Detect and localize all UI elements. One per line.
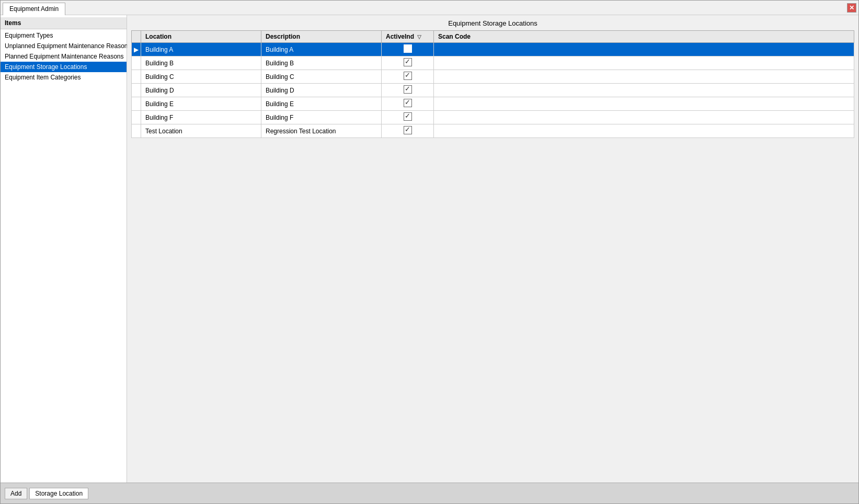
cell-activeid[interactable]: [382, 124, 434, 138]
checkbox-active[interactable]: [404, 85, 412, 94]
cell-location: Building C: [141, 70, 261, 84]
cell-activeid[interactable]: [382, 56, 434, 70]
sidebar-header: Items: [1, 17, 127, 29]
cell-description: Building E: [261, 97, 382, 111]
cell-description: Regression Test Location: [261, 124, 382, 138]
col-header-location[interactable]: Location: [141, 31, 261, 43]
cell-location: Building D: [141, 84, 261, 97]
cell-scancode: [434, 70, 854, 84]
cell-description: Building A: [261, 43, 382, 56]
storage-location-button[interactable]: Storage Location: [29, 488, 88, 499]
cell-location: Building B: [141, 56, 261, 70]
table-row[interactable]: Building FBuilding F: [132, 111, 854, 124]
row-indicator: [132, 111, 141, 124]
close-icon: ✕: [849, 4, 854, 12]
cell-activeid[interactable]: [382, 97, 434, 111]
content-area: Items Equipment Types Unplanned Equipmen…: [1, 15, 858, 483]
sidebar-item-equipment-types[interactable]: Equipment Types: [1, 30, 127, 41]
checkbox-active[interactable]: [404, 44, 412, 53]
table-row[interactable]: Building BBuilding B: [132, 56, 854, 70]
sidebar-item-item-categories[interactable]: Equipment Item Categories: [1, 72, 127, 83]
sidebar-item-label: Equipment Storage Locations: [5, 63, 87, 71]
data-table: Location Description ActiveInd ▽ Scan Co…: [131, 30, 854, 138]
sidebar-item-label: Equipment Types: [5, 32, 53, 39]
col-header-activeid[interactable]: ActiveInd ▽: [382, 31, 434, 43]
sidebar-item-unplanned-maintenance[interactable]: Unplanned Equipment Maintenance Reasons: [1, 41, 127, 51]
cell-location: Test Location: [141, 124, 261, 138]
title-bar: Equipment Admin ✕: [1, 1, 858, 15]
filter-icon: ▽: [417, 34, 421, 40]
main-content: Equipment Storage Locations Location Des…: [127, 15, 858, 483]
col-header-scancode[interactable]: Scan Code: [434, 31, 854, 43]
row-indicator: [132, 97, 141, 111]
table-row[interactable]: Building DBuilding D: [132, 84, 854, 97]
row-indicator: ▶: [132, 43, 141, 56]
row-indicator: [132, 124, 141, 138]
col-header-indicator: [132, 31, 141, 43]
title-tab[interactable]: Equipment Admin: [3, 3, 65, 15]
bottom-bar: Add Storage Location: [1, 483, 858, 503]
cell-description: Building D: [261, 84, 382, 97]
cell-activeid[interactable]: [382, 84, 434, 97]
window-title: Equipment Admin: [9, 5, 59, 13]
table-row[interactable]: Building EBuilding E: [132, 97, 854, 111]
cell-scancode: [434, 97, 854, 111]
checkbox-active[interactable]: [404, 72, 412, 80]
cell-scancode: [434, 84, 854, 97]
main-window: Equipment Admin ✕ Items Equipment Types …: [0, 0, 859, 504]
cell-description: Building F: [261, 111, 382, 124]
cell-scancode: [434, 124, 854, 138]
row-indicator: [132, 70, 141, 84]
close-button[interactable]: ✕: [847, 3, 856, 13]
cell-activeid[interactable]: [382, 70, 434, 84]
col-header-description[interactable]: Description: [261, 31, 382, 43]
add-button[interactable]: Add: [5, 488, 27, 499]
sidebar-item-label: Equipment Item Categories: [5, 74, 81, 81]
cell-activeid[interactable]: [382, 43, 434, 56]
checkbox-active[interactable]: [404, 126, 412, 134]
cell-scancode: [434, 111, 854, 124]
sidebar-item-planned-maintenance[interactable]: Planned Equipment Maintenance Reasons: [1, 51, 127, 62]
table-row[interactable]: Test LocationRegression Test Location: [132, 124, 854, 138]
cell-scancode: [434, 56, 854, 70]
cell-description: Building B: [261, 56, 382, 70]
row-indicator: [132, 56, 141, 70]
checkbox-active[interactable]: [404, 58, 412, 66]
sidebar: Items Equipment Types Unplanned Equipmen…: [1, 15, 127, 483]
checkbox-active[interactable]: [404, 99, 412, 107]
cell-scancode: [434, 43, 854, 56]
panel-title: Equipment Storage Locations: [131, 19, 854, 27]
sidebar-item-label: Unplanned Equipment Maintenance Reasons: [5, 42, 131, 50]
sidebar-item-label: Planned Equipment Maintenance Reasons: [5, 53, 123, 60]
cell-description: Building C: [261, 70, 382, 84]
cell-location: Building A: [141, 43, 261, 56]
sidebar-item-storage-locations[interactable]: Equipment Storage Locations: [1, 62, 127, 72]
cell-location: Building F: [141, 111, 261, 124]
cell-activeid[interactable]: [382, 111, 434, 124]
row-indicator: [132, 84, 141, 97]
cell-location: Building E: [141, 97, 261, 111]
table-row[interactable]: Building CBuilding C: [132, 70, 854, 84]
checkbox-active[interactable]: [404, 112, 412, 121]
table-row[interactable]: ▶Building ABuilding A: [132, 43, 854, 56]
